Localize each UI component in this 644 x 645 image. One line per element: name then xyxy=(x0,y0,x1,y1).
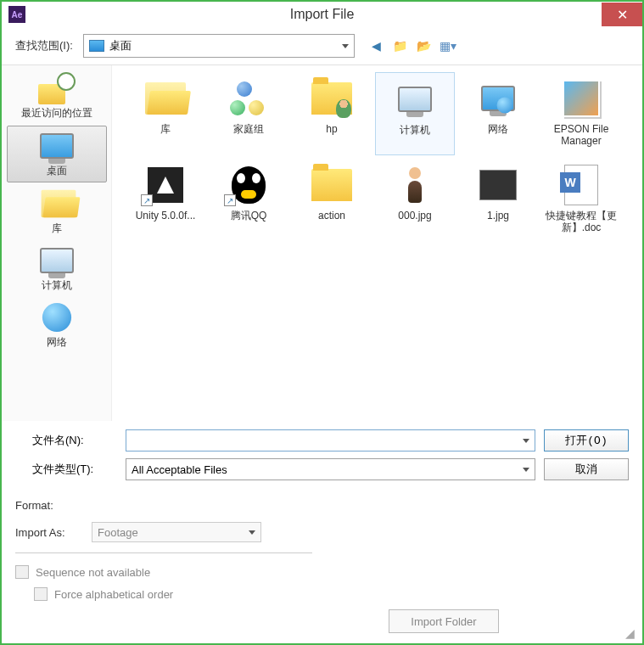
importas-label: Import As: xyxy=(15,526,83,539)
sequence-checkbox xyxy=(15,565,29,579)
import-folder-button[interactable]: Import Folder xyxy=(389,609,499,633)
back-icon[interactable]: ◀ xyxy=(368,37,385,54)
chevron-down-icon xyxy=(523,468,529,472)
file-label: 快捷键教程【更新】.doc xyxy=(543,210,619,234)
file-item-action[interactable]: action xyxy=(292,159,372,242)
sidebar-item-libraries[interactable]: 库 xyxy=(7,184,107,239)
libraries-icon xyxy=(38,188,76,220)
chevron-down-icon xyxy=(342,44,349,48)
new-folder-icon[interactable]: 📂 xyxy=(416,37,433,54)
sequence-label: Sequence not available xyxy=(36,566,150,579)
sidebar-item-label: 网络 xyxy=(47,335,67,350)
alpha-checkbox-row: Force alphabetical order xyxy=(34,587,629,601)
chevron-down-icon[interactable] xyxy=(523,439,529,443)
sidebar-item-label: 库 xyxy=(52,222,62,236)
file-item-hp[interactable]: hp xyxy=(292,72,372,155)
file-item-doc[interactable]: 快捷键教程【更新】.doc xyxy=(541,159,621,242)
sidebar-item-label: 桌面 xyxy=(47,164,67,178)
computer-icon xyxy=(390,78,440,121)
desktop-icon xyxy=(38,130,76,162)
file-label: Unity 5.0.0f... xyxy=(136,210,196,222)
shortcut-overlay-icon: ↗ xyxy=(141,194,153,206)
location-toolbar: 查找范围(I): 桌面 ◀ 📁 📂 ▦▾ xyxy=(2,27,642,64)
epson-icon xyxy=(557,77,606,120)
format-label: Format: xyxy=(15,499,83,512)
user-folder-icon xyxy=(307,77,356,120)
filename-label: 文件名(N): xyxy=(15,433,117,448)
sidebar-item-network[interactable]: 网络 xyxy=(7,298,107,353)
places-sidebar: 最近访问的位置 桌面 库 计算机 网络 xyxy=(2,65,112,421)
importas-value: Footage xyxy=(98,526,138,539)
sidebar-item-label: 计算机 xyxy=(42,278,72,293)
file-item-unity[interactable]: ↗ Unity 5.0.0f... xyxy=(126,159,205,242)
image-icon xyxy=(390,164,440,206)
titlebar: Ae Import File ✕ xyxy=(2,2,642,27)
file-item-000jpg[interactable]: 000.jpg xyxy=(375,159,455,242)
shortcut-overlay-icon: ↗ xyxy=(224,194,236,206)
sidebar-item-computer[interactable]: 计算机 xyxy=(7,241,107,296)
filetype-value: All Acceptable Files xyxy=(132,463,227,476)
folder-icon xyxy=(141,77,190,120)
alpha-checkbox xyxy=(34,587,48,601)
image-icon xyxy=(473,164,523,206)
sequence-checkbox-row: Sequence not available xyxy=(15,565,629,579)
main-area: 最近访问的位置 桌面 库 计算机 网络 库 xyxy=(2,64,642,421)
up-folder-icon[interactable]: 📁 xyxy=(392,37,409,54)
location-dropdown[interactable]: 桌面 xyxy=(83,34,355,58)
file-label: 000.jpg xyxy=(398,210,431,222)
filename-bar: 文件名(N): 打开(O) 文件类型(T): All Acceptable Fi… xyxy=(2,421,642,489)
file-label: 1.jpg xyxy=(487,210,509,222)
file-label: EPSON File Manager xyxy=(543,123,619,148)
desktop-icon xyxy=(89,40,104,52)
app-icon: Ae xyxy=(8,6,25,23)
file-label: 库 xyxy=(160,123,171,135)
sidebar-item-recent[interactable]: 最近访问的位置 xyxy=(7,69,107,124)
file-label: hp xyxy=(326,123,337,135)
importas-dropdown[interactable]: Footage xyxy=(92,522,261,542)
file-item-libraries[interactable]: 库 xyxy=(126,72,205,155)
filetype-label: 文件类型(T): xyxy=(15,462,117,477)
filetype-dropdown[interactable]: All Acceptable Files xyxy=(126,458,535,480)
qq-icon: ↗ xyxy=(224,164,273,206)
file-item-network[interactable]: 网络 xyxy=(458,72,538,155)
window-title: Import File xyxy=(290,7,355,22)
file-label: action xyxy=(318,210,345,222)
file-label: 计算机 xyxy=(400,124,430,136)
folder-icon xyxy=(307,164,356,206)
word-doc-icon xyxy=(557,164,606,206)
file-grid: 库 家庭组 hp 计算机 网络 xyxy=(126,72,629,242)
filename-combobox[interactable] xyxy=(126,429,535,452)
homegroup-icon xyxy=(224,77,273,120)
recent-places-icon xyxy=(38,72,76,104)
filename-input[interactable] xyxy=(132,435,523,447)
file-item-1jpg[interactable]: 1.jpg xyxy=(458,159,538,242)
sidebar-item-desktop[interactable]: 桌面 xyxy=(7,126,107,182)
sidebar-item-label: 最近访问的位置 xyxy=(21,106,92,121)
toolbar-icon-group: ◀ 📁 📂 ▦▾ xyxy=(368,37,456,54)
file-item-computer[interactable]: 计算机 xyxy=(375,72,455,155)
resize-grip-icon[interactable]: ◢ xyxy=(625,626,637,638)
file-label: 网络 xyxy=(488,123,508,135)
file-list-pane[interactable]: 库 家庭组 hp 计算机 网络 xyxy=(112,65,642,421)
import-options: Format: Import As: Footage Sequence not … xyxy=(2,489,642,643)
file-item-epson[interactable]: EPSON File Manager xyxy=(541,72,621,155)
alpha-label: Force alphabetical order xyxy=(54,588,173,601)
computer-icon xyxy=(38,244,76,277)
close-button[interactable]: ✕ xyxy=(602,3,642,26)
file-label: 家庭组 xyxy=(233,123,264,135)
lookin-label: 查找范围(I): xyxy=(15,38,73,53)
open-button[interactable]: 打开(O) xyxy=(544,429,629,452)
file-label: 腾讯QQ xyxy=(231,210,267,222)
file-item-qq[interactable]: ↗ 腾讯QQ xyxy=(209,159,288,242)
file-item-homegroup[interactable]: 家庭组 xyxy=(209,72,288,155)
network-icon xyxy=(473,77,523,120)
network-icon xyxy=(38,301,76,334)
location-value: 桌面 xyxy=(109,38,337,53)
view-menu-icon[interactable]: ▦▾ xyxy=(440,37,456,54)
cancel-button[interactable]: 取消 xyxy=(544,458,629,480)
divider xyxy=(15,552,312,553)
chevron-down-icon xyxy=(249,530,255,535)
import-file-dialog: Ae Import File ✕ 查找范围(I): 桌面 ◀ 📁 📂 ▦▾ 最近… xyxy=(0,0,644,645)
unity-icon: ↗ xyxy=(141,164,190,206)
